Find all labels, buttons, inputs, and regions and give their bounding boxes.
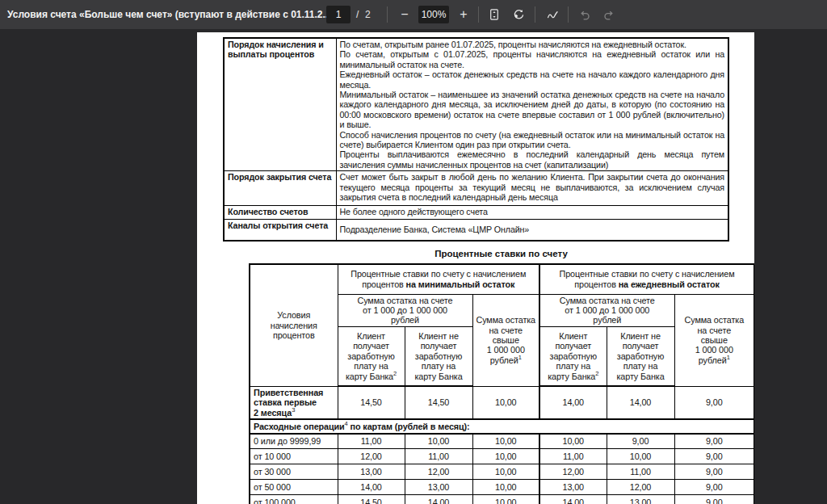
rate-cell: 9,00 bbox=[674, 434, 754, 449]
fit-to-page-button[interactable] bbox=[483, 3, 506, 26]
no-salary-client-header: Клиент не получает заработную плату на к… bbox=[405, 326, 472, 386]
paragraph: Проценты выплачиваются ежемесячно в посл… bbox=[340, 149, 725, 170]
rate-cell: 14,00 bbox=[607, 386, 674, 419]
rate-cell: 12,00 bbox=[338, 449, 405, 464]
page-total: 2 bbox=[365, 0, 371, 29]
row-label: Каналы открытия счета bbox=[224, 220, 336, 241]
section-row: Расходные операции4 по картам (рублей в … bbox=[250, 419, 754, 434]
rate-cell: 13,00 bbox=[607, 495, 674, 504]
rate-cell: 14,00 bbox=[539, 495, 607, 504]
table-row: Порядок закрытия счета Счет может быть з… bbox=[224, 171, 728, 206]
rate-cell: 14,50 bbox=[338, 495, 405, 504]
page-number-input[interactable]: 1 bbox=[326, 6, 351, 23]
rate-cell: 12,00 bbox=[405, 464, 472, 480]
rates-table-title: Процентные ставки по счету bbox=[249, 249, 754, 258]
rate-cell: 10,00 bbox=[472, 464, 539, 480]
undo-button[interactable] bbox=[573, 3, 596, 26]
row-label: Приветственная ставка первые 2 месяца3 bbox=[250, 386, 338, 419]
table-row: 0 или до 9999,99 11,00 10,00 10,00 10,00… bbox=[250, 434, 754, 449]
table-row: Порядок начисления и выплаты процентов П… bbox=[224, 38, 728, 171]
draw-button[interactable] bbox=[541, 3, 564, 26]
table-row: Количество счетов Не более одного действ… bbox=[224, 206, 728, 220]
viewer-canvas: Порядок начисления и выплаты процентов П… bbox=[0, 29, 827, 504]
rate-cell: 9,00 bbox=[674, 464, 754, 480]
table-row: Каналы открытия счета Подразделение Банк… bbox=[224, 220, 728, 241]
fit-to-page-icon bbox=[488, 8, 501, 21]
zoom-level-control[interactable]: 100% bbox=[418, 6, 449, 23]
row-label: Порядок начисления и выплаты процентов bbox=[224, 38, 336, 171]
table-row: от 50 000 14,00 13,00 10,00 13,00 12,00 … bbox=[250, 480, 754, 495]
paragraph: Ежедневный остаток – остаток денежных ср… bbox=[340, 69, 725, 90]
row-label: 0 или до 9999,99 bbox=[250, 434, 338, 449]
draw-ink-icon bbox=[546, 8, 559, 21]
rate-cell: 9,00 bbox=[674, 449, 754, 464]
group-header-min-balance: Процентные ставки по счету с начислением… bbox=[338, 264, 539, 294]
rate-cell: 12,00 bbox=[607, 480, 674, 495]
rate-cell: 13,00 bbox=[338, 464, 405, 480]
toolbar-divider bbox=[387, 6, 388, 23]
paragraph: Минимальный остаток – наименьшее из знач… bbox=[340, 90, 725, 130]
page-separator: / bbox=[356, 0, 359, 29]
rate-cell: 14,00 bbox=[405, 495, 472, 504]
table-row: от 10 000 12,00 11,00 10,00 11,00 10,00 … bbox=[250, 449, 754, 464]
rate-cell: 10,00 bbox=[472, 495, 539, 504]
rate-cell: 13,00 bbox=[405, 480, 472, 495]
group-header-daily-balance: Процентные ставки по счету с начислением… bbox=[539, 264, 754, 294]
rotate-button[interactable] bbox=[507, 3, 530, 26]
rate-cell: 10,00 bbox=[607, 449, 674, 464]
rate-cell: 14,50 bbox=[338, 386, 405, 419]
redo-button[interactable] bbox=[598, 3, 620, 26]
document-title: Условия счета «Больше чем счет» (вступаю… bbox=[7, 0, 331, 29]
zoom-out-button[interactable]: − bbox=[393, 3, 416, 26]
range-header: Сумма остатка на счете от 1 000 до 1 000… bbox=[338, 294, 472, 326]
row-content: Подразделение Банка, Система «ЦМР Онлайн… bbox=[336, 220, 728, 241]
rate-cell: 11,00 bbox=[338, 434, 405, 449]
rate-cell: 11,00 bbox=[539, 449, 607, 464]
toolbar-divider bbox=[568, 6, 569, 23]
rate-cell: 10,00 bbox=[405, 434, 472, 449]
row-content: По счетам, открытым ранее 01.07.2025, пр… bbox=[336, 38, 728, 171]
row-label: от 30 000 bbox=[250, 464, 338, 480]
over-limit-header: Сумма остатка на счете свыше 1 000 000 р… bbox=[472, 294, 539, 386]
row-content: Счет может быть закрыт в любой день по ж… bbox=[336, 171, 728, 206]
rate-cell: 9,00 bbox=[674, 386, 754, 419]
paragraph: Счет может быть закрыт в любой день по ж… bbox=[340, 172, 725, 202]
redo-icon bbox=[602, 8, 615, 21]
salary-client-header: Клиент получает заработную плату на карт… bbox=[539, 326, 607, 386]
rate-cell: 10,00 bbox=[539, 434, 607, 449]
pdf-viewer-window: Условия счета «Больше чем счет» (вступаю… bbox=[0, 0, 827, 504]
paragraph: Способ начисления процентов по счету (на… bbox=[340, 130, 725, 150]
rates-table-wrap: Условия начисления процентов Процентные … bbox=[249, 263, 754, 504]
row-label: от 100 000 bbox=[250, 495, 338, 504]
range-header: Сумма остатка на счете от 1 000 до 1 000… bbox=[539, 294, 674, 326]
rate-cell: 14,00 bbox=[338, 480, 405, 495]
rate-cell: 9,00 bbox=[674, 480, 754, 495]
row-label: от 10 000 bbox=[250, 449, 338, 464]
no-salary-client-header: Клиент не получает заработную плату на к… bbox=[607, 326, 674, 386]
row-label: Порядок закрытия счета bbox=[224, 171, 336, 206]
welcome-rate-row: Приветственная ставка первые 2 месяца3 1… bbox=[250, 386, 754, 419]
rate-cell: 9,00 bbox=[674, 495, 754, 504]
rate-cell: 12,00 bbox=[539, 464, 607, 480]
table-row: от 30 000 13,00 12,00 10,00 12,00 11,00 … bbox=[250, 464, 754, 480]
zoom-in-button[interactable]: + bbox=[452, 3, 475, 26]
toolbar-divider bbox=[535, 6, 535, 23]
paragraph: Не более одного действующего счета bbox=[340, 207, 725, 216]
rate-cell: 11,00 bbox=[607, 464, 674, 480]
row-content: Не более одного действующего счета bbox=[336, 206, 728, 220]
paragraph: Подразделение Банка, Система «ЦМР Онлайн… bbox=[340, 225, 725, 234]
rate-cell: 10,00 bbox=[472, 434, 539, 449]
interest-rates-table: Условия начисления процентов Процентные … bbox=[249, 263, 754, 504]
corner-header: Условия начисления процентов bbox=[250, 264, 338, 386]
rate-cell: 11,00 bbox=[405, 449, 472, 464]
paragraph: По счетам, открытым ранее 01.07.2025, пр… bbox=[340, 40, 725, 49]
pdf-toolbar: Условия счета «Больше чем счет» (вступаю… bbox=[0, 0, 827, 29]
rate-cell: 10,00 bbox=[472, 386, 539, 419]
pdf-page: Порядок начисления и выплаты процентов П… bbox=[197, 32, 754, 504]
rate-cell: 14,00 bbox=[539, 386, 607, 419]
over-limit-header: Сумма остатка на счете свыше 1 000 000 р… bbox=[674, 294, 754, 386]
undo-icon bbox=[578, 8, 591, 21]
paragraph: По счетам, открытым с 01.07.2025, процен… bbox=[340, 49, 725, 69]
page-content: Порядок начисления и выплаты процентов П… bbox=[223, 37, 728, 242]
rate-cell: 10,00 bbox=[472, 480, 539, 495]
